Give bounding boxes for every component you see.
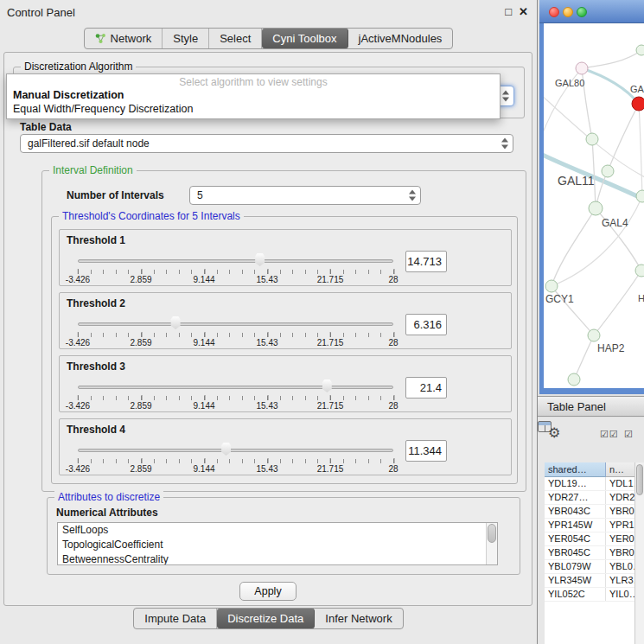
checkbox-icon[interactable]: ☑ — [624, 429, 633, 440]
table-row[interactable]: YBL079WYBL0… — [545, 560, 644, 574]
network-canvas[interactable]: GAL80GAGAL11GAL4GCY1HHAP2 — [544, 23, 644, 388]
slider-scale-label: -3.426 — [66, 401, 90, 411]
table-cell[interactable]: YLR345W — [545, 574, 606, 587]
dropdown-option-manual-discretization[interactable]: Manual Discretization — [13, 89, 124, 101]
slider-thumb[interactable] — [220, 443, 232, 456]
network-node[interactable] — [602, 165, 614, 177]
table-cell[interactable]: YPR145W — [545, 519, 606, 532]
table-panel: ⚙ ☑☑ ☑ shared… n… YDL19…YDL1…YDR27…YDR2…… — [538, 418, 644, 644]
attribute-list-item[interactable]: SelfLoops — [58, 523, 497, 538]
table-row[interactable]: YDR27…YDR2… — [545, 491, 644, 505]
numerical-attributes-label: Numerical Attributes — [56, 507, 158, 519]
list-scrollbar[interactable] — [486, 523, 497, 564]
attribute-list-item[interactable]: TopologicalCoefficient — [58, 538, 497, 552]
tab-discretize-data[interactable]: Discretize Data — [217, 609, 315, 628]
table-data-combobox[interactable]: galFiltered.sif default node — [20, 134, 513, 153]
slider-thumb[interactable] — [254, 253, 265, 266]
network-node[interactable] — [568, 373, 580, 386]
slider-thumb[interactable] — [322, 379, 333, 392]
slider-scale-label: 15.43 — [256, 338, 277, 348]
network-node[interactable] — [588, 329, 600, 341]
attribute-list-item[interactable]: BetweennessCentrality — [58, 552, 497, 565]
minimize-traffic-light[interactable] — [563, 7, 573, 17]
tab-network[interactable]: Network — [85, 29, 163, 48]
column-header-shared-name[interactable]: shared… — [545, 462, 606, 477]
network-window-titlebar[interactable] — [539, 0, 644, 23]
network-node[interactable] — [636, 190, 644, 202]
combo-stepper-icon[interactable] — [409, 190, 416, 201]
network-node[interactable] — [576, 62, 588, 74]
slider-thumb[interactable] — [170, 316, 182, 329]
right-pane: GAL80GAGAL11GAL4GCY1HHAP2 Table Panel ⚙ … — [537, 0, 644, 644]
tab-infer-network[interactable]: Infer Network — [315, 609, 402, 628]
close-icon[interactable]: ✕ — [519, 5, 528, 18]
slider-scale-label: 9.144 — [193, 338, 214, 348]
table-row[interactable]: YDL19…YDL1… — [545, 477, 644, 491]
gear-icon[interactable]: ⚙ — [548, 424, 560, 441]
table-row[interactable]: YBR045CYBR0… — [545, 546, 644, 560]
network-node-label: GAL80 — [555, 78, 584, 88]
slider-scale-label: 28 — [388, 275, 398, 284]
slider-scale-label: -3.426 — [66, 338, 90, 348]
scrollbar-thumb[interactable] — [636, 464, 643, 495]
network-node[interactable] — [636, 45, 644, 55]
threshold-3-slider[interactable] — [78, 380, 393, 394]
network-node[interactable] — [632, 97, 644, 111]
tab-select[interactable]: Select — [209, 29, 262, 48]
close-traffic-light[interactable] — [549, 7, 559, 17]
threshold-4-slider[interactable] — [78, 443, 393, 457]
table-cell[interactable]: YDR27… — [545, 491, 606, 504]
table-cell[interactable]: YIL052C — [545, 588, 606, 601]
threshold-1-slider[interactable] — [78, 254, 393, 268]
table-row[interactable]: YER054CYER0… — [545, 532, 644, 546]
zoom-traffic-light[interactable] — [577, 7, 587, 17]
table-cell[interactable]: YBR043C — [545, 505, 606, 518]
tab-label: Discretize Data — [227, 612, 303, 625]
table-cell[interactable]: YBR045C — [545, 546, 606, 559]
network-node[interactable] — [545, 280, 558, 292]
table-row[interactable]: YLR345WYLR3… — [545, 574, 644, 588]
threshold-1-value-field[interactable]: 14.713 — [405, 251, 447, 272]
tab-label: Impute Data — [144, 612, 206, 625]
combo-stepper-icon[interactable] — [501, 138, 508, 150]
num-intervals-combobox[interactable]: 5 — [189, 186, 421, 205]
float-window-icon[interactable]: □ — [505, 5, 512, 18]
slider-scale-label: -3.426 — [66, 464, 90, 474]
table-row[interactable]: YIL052CYIL0… — [545, 588, 644, 602]
table-scrollbar[interactable] — [634, 462, 644, 644]
slider-track[interactable] — [78, 259, 393, 263]
threshold-2-slider[interactable] — [78, 317, 393, 331]
threshold-2-value-field[interactable]: 6.316 — [405, 314, 447, 335]
table-cell[interactable]: YER054C — [545, 532, 606, 545]
tab-impute-data[interactable]: Impute Data — [134, 609, 217, 628]
network-node[interactable] — [586, 133, 598, 145]
slider-track[interactable] — [78, 386, 393, 389]
select-columns-icon[interactable]: ☑☑ — [600, 429, 619, 440]
slider-track[interactable] — [78, 322, 393, 326]
scrollbar-thumb[interactable] — [488, 524, 496, 543]
tab-style[interactable]: Style — [163, 29, 209, 48]
slider-scale: -3.4262.8599.14415.4321.71528 — [78, 275, 393, 285]
dropdown-option-equal-width-frequency[interactable]: Equal Width/Frequency Discretization — [13, 103, 193, 115]
apply-button[interactable]: Apply — [239, 582, 296, 601]
table-row[interactable]: YBR043CYBR0… — [545, 505, 644, 519]
panel-title: Control Panel — [7, 6, 75, 19]
slider-track[interactable] — [78, 449, 393, 452]
table-cell[interactable]: YDL19… — [545, 477, 606, 490]
table-cell[interactable]: YBL079W — [545, 560, 606, 573]
table-panel-title: Table Panel — [547, 400, 606, 413]
combo-stepper-icon[interactable] — [502, 91, 509, 102]
table-row[interactable]: YPR145WYPR1… — [545, 519, 644, 532]
table-panel-header[interactable]: Table Panel — [538, 396, 644, 417]
threshold-3-value-field[interactable]: 21.4 — [405, 377, 447, 399]
threshold-label: Threshold 1 — [67, 234, 125, 246]
slider-ticks — [78, 333, 394, 337]
attributes-to-discretize-group: Attributes to discretize Numerical Attri… — [47, 497, 520, 575]
network-node[interactable] — [635, 265, 644, 277]
tab-jactivemnodules[interactable]: jActiveMNodules — [348, 29, 453, 48]
tab-cyni-toolbox[interactable]: Cyni Toolbox — [262, 29, 348, 48]
bottom-tab-bar: Impute Data Discretize Data Infer Networ… — [0, 608, 537, 629]
threshold-4-value-field[interactable]: 11.344 — [405, 440, 447, 462]
top-tab-group: Network Style Select Cyni Toolbox jActiv… — [84, 28, 454, 49]
network-node[interactable] — [589, 201, 603, 215]
